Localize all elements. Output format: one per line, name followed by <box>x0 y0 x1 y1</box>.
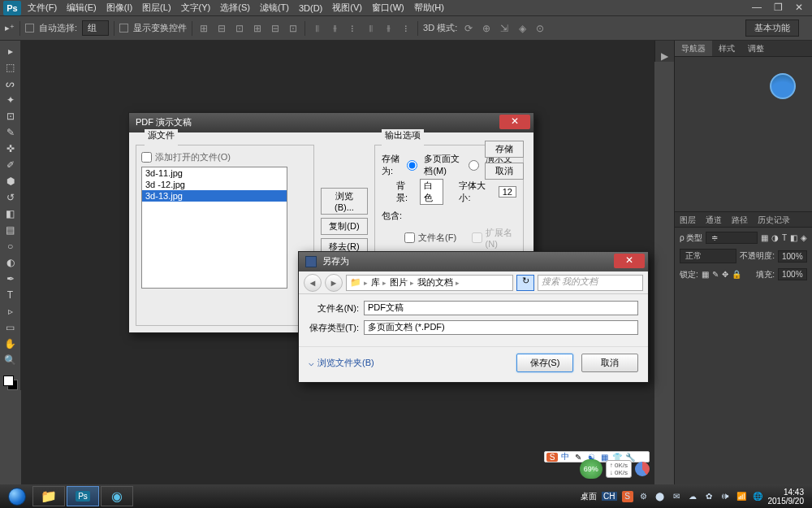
tab-adjustments[interactable]: 调整 <box>741 41 771 56</box>
tray-icon[interactable]: ⬤ <box>654 491 666 502</box>
marquee-tool[interactable]: ⬚ <box>2 60 19 75</box>
align-icon[interactable]: ⊞ <box>251 22 264 35</box>
auto-select-dropdown[interactable]: 组 <box>82 20 109 36</box>
tab-navigator[interactable]: 导航器 <box>675 41 712 56</box>
tab-paths[interactable]: 路径 <box>727 212 753 227</box>
tab-channels[interactable]: 通道 <box>701 212 727 227</box>
disk-percent[interactable]: 69% <box>580 459 603 479</box>
workspace-switcher[interactable]: 基本功能 <box>745 20 799 37</box>
menu-select[interactable]: 选择(S) <box>220 2 250 14</box>
save-button[interactable]: 保存(S) <box>516 354 573 372</box>
menu-help[interactable]: 帮助(H) <box>414 2 444 14</box>
healing-tool[interactable]: ✜ <box>2 141 19 156</box>
kind-dropdown[interactable]: ≑ <box>706 232 757 244</box>
dist-icon[interactable]: ⫶ <box>346 22 359 35</box>
cancel-button[interactable]: 取消 <box>581 354 638 372</box>
blend-mode-dropdown[interactable]: 正常 <box>680 249 736 263</box>
path-lib[interactable]: 库 <box>371 276 387 289</box>
back-button[interactable]: ◄ <box>304 274 322 292</box>
menu-file[interactable]: 文件(F) <box>28 2 57 14</box>
filename-input[interactable]: PDF文稿 <box>364 301 638 315</box>
color-swatch[interactable] <box>3 376 18 390</box>
auto-select-checkbox[interactable] <box>25 24 34 33</box>
close-button[interactable]: ✕ <box>791 2 807 13</box>
duplicate-button[interactable]: 复制(D) <box>321 218 368 235</box>
forward-button[interactable]: ► <box>325 274 343 292</box>
refresh-button[interactable]: ↻ <box>516 275 534 291</box>
maximize-button[interactable]: ❐ <box>770 2 786 13</box>
list-item[interactable]: 3d-13.jpg <box>142 190 287 202</box>
tray-icon[interactable]: ⚙ <box>638 491 650 502</box>
hand-tool[interactable]: ✋ <box>2 336 19 351</box>
align-icon[interactable]: ⊟ <box>269 22 282 35</box>
lock-icon[interactable]: ▦ <box>702 270 709 279</box>
multipage-radio[interactable] <box>407 160 417 171</box>
brush-tool[interactable]: ✐ <box>2 158 19 172</box>
taskbar-item[interactable]: ◉ <box>101 486 133 506</box>
collapsed-panel-strip[interactable]: ▶ <box>654 41 674 62</box>
fill-value[interactable]: 100% <box>778 268 807 280</box>
desktop-label[interactable]: 桌面 <box>581 491 597 502</box>
stamp-tool[interactable]: ⬢ <box>2 174 19 189</box>
browse-folders-toggle[interactable]: ⌵ 浏览文件夹(B) <box>309 357 374 369</box>
crop-tool[interactable]: ⊡ <box>2 109 19 124</box>
history-brush-tool[interactable]: ↺ <box>2 190 19 205</box>
taskbar-item-photoshop[interactable]: Ps <box>67 486 99 506</box>
tab-layers[interactable]: 图层 <box>675 212 701 227</box>
dialog-titlebar[interactable]: 另存为 ✕ <box>299 252 648 271</box>
dialog-titlebar[interactable]: PDF 演示文稿 ✕ <box>129 113 533 132</box>
ime-icon[interactable]: S <box>546 453 558 462</box>
filter-icon[interactable]: ▦ <box>761 233 768 242</box>
wand-tool[interactable]: ✦ <box>2 93 19 107</box>
list-item[interactable]: 3d -12.jpg <box>142 179 287 190</box>
close-icon[interactable]: ✕ <box>499 115 530 129</box>
menu-filter[interactable]: 滤镜(T) <box>260 2 289 14</box>
tab-history[interactable]: 历史记录 <box>753 212 795 227</box>
tray-icon[interactable]: S <box>622 491 633 502</box>
list-item[interactable]: 3d-11.jpg <box>142 167 287 179</box>
filetype-dropdown[interactable]: 多页面文档 (*.PDF) <box>364 320 638 335</box>
eyedropper-tool[interactable]: ✎ <box>2 125 19 140</box>
3d-icon[interactable]: ◈ <box>516 22 529 35</box>
tab-styles[interactable]: 样式 <box>712 41 741 56</box>
lock-icon[interactable]: ✎ <box>712 270 719 279</box>
blur-tool[interactable]: ○ <box>2 239 19 254</box>
add-open-checkbox[interactable] <box>141 152 152 163</box>
start-button[interactable] <box>3 486 31 506</box>
fontsize-dropdown[interactable]: 12 <box>499 186 516 198</box>
browse-button[interactable]: 浏览(B)... <box>321 188 368 215</box>
move-tool[interactable]: ▸ <box>2 44 19 59</box>
dist-icon[interactable]: ⫵ <box>382 22 395 35</box>
bg-dropdown[interactable]: 白色 <box>420 179 444 205</box>
tray-icon[interactable]: 🕪 <box>719 491 731 502</box>
dist-icon[interactable]: ⫴ <box>364 22 377 35</box>
filter-icon[interactable]: T <box>782 233 787 242</box>
3d-icon[interactable]: ⇲ <box>498 22 511 35</box>
dist-icon[interactable]: ⫶ <box>400 22 412 35</box>
cancel-button[interactable]: 取消 <box>485 163 524 180</box>
ime-indicator[interactable]: CH <box>602 492 616 501</box>
path-doc[interactable]: 我的文档 <box>417 276 460 289</box>
path-tool[interactable]: ▹ <box>2 304 19 319</box>
align-icon[interactable]: ⊟ <box>215 22 228 35</box>
clock[interactable]: 14:43 2015/9/20 <box>768 488 810 506</box>
gradient-tool[interactable]: ▤ <box>2 223 19 237</box>
zoom-tool[interactable]: 🔍 <box>2 353 19 367</box>
menu-edit[interactable]: 编辑(E) <box>67 2 97 14</box>
tray-icon[interactable]: 🌐 <box>752 491 763 502</box>
dist-icon[interactable]: ⫴ <box>310 22 323 35</box>
filter-icon[interactable]: ◧ <box>790 233 797 242</box>
file-list[interactable]: 3d-11.jpg 3d -12.jpg 3d-13.jpg <box>141 167 287 289</box>
dodge-tool[interactable]: ◐ <box>2 255 19 270</box>
tray-icon[interactable]: ✿ <box>703 491 715 502</box>
pie-icon[interactable] <box>635 462 650 476</box>
pen-tool[interactable]: ✒ <box>2 271 19 286</box>
menu-type[interactable]: 文字(Y) <box>181 2 211 14</box>
lasso-tool[interactable]: ᔕ <box>2 76 19 91</box>
filter-icon[interactable]: ◑ <box>771 233 779 242</box>
menu-view[interactable]: 视图(V) <box>332 2 362 14</box>
eraser-tool[interactable]: ◧ <box>2 206 19 221</box>
align-icon[interactable]: ⊡ <box>233 22 246 35</box>
lock-icon[interactable]: 🔒 <box>732 270 741 279</box>
filename-checkbox[interactable] <box>404 232 415 243</box>
